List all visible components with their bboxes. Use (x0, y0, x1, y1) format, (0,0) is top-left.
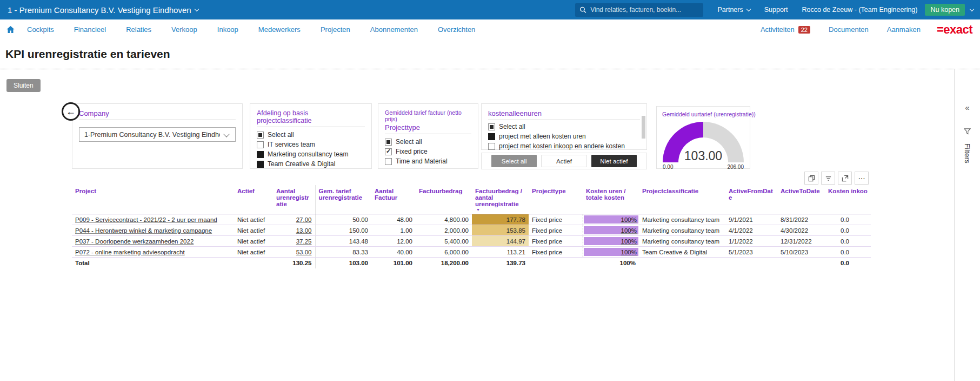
checkbox-label: Select all (499, 123, 525, 130)
pct-link[interactable]: 100% (621, 238, 638, 245)
ratio-cell: 144.97 (472, 236, 529, 247)
actief-cell: Niet actief (234, 225, 273, 236)
partners-menu[interactable]: Partners (717, 6, 750, 14)
option-kosten-inkoop-andere[interactable]: project met kosten inkoop en andere kost… (488, 142, 640, 150)
option-alleen-kosten-uren[interactable]: project met alleen kosten uren (488, 133, 640, 140)
nav-overzichten[interactable]: Overzichten (438, 25, 475, 34)
aantal-factuur-cell: 1.00 (371, 225, 416, 236)
project-link[interactable]: P044 - Herontwerp winkel & marketing cam… (75, 227, 212, 234)
company-switcher[interactable]: 1 - Premium Consultancy B.V. Vestiging E… (8, 5, 198, 15)
col-aantal-uren[interactable]: Aantal urenregistratie (273, 185, 315, 214)
active-from-cell: 4/1/2022 (725, 225, 777, 236)
actief-button[interactable]: Actief (541, 155, 586, 167)
uren-link[interactable]: 27.00 (296, 216, 312, 223)
option-time-and-material[interactable]: Time and Material (385, 157, 471, 165)
company-filter-label: Company (79, 109, 236, 120)
uren-link[interactable]: 37.25 (296, 238, 312, 245)
kosten-inkoop-cell: 0.0 (825, 236, 871, 247)
uren-link[interactable]: 53.00 (296, 249, 312, 255)
active-from-cell: 9/1/2021 (725, 214, 777, 225)
project-link[interactable]: P072 - online marketing adviesopdracht (75, 249, 185, 255)
filter-funnel-icon[interactable] (964, 127, 971, 137)
option-fixed-price[interactable]: Fixed price (385, 148, 471, 155)
project-link[interactable]: P009 - Servicecontract - 2021/22 - 2 uur… (75, 216, 217, 223)
aantal-factuur-cell: 40.00 (371, 247, 416, 258)
topbar-collapse-chevron[interactable] (970, 8, 974, 12)
col-kosten-pct[interactable]: Kosten uren / totale kosten (583, 185, 639, 214)
col-active-from[interactable]: ActiveFromDate (725, 185, 777, 214)
col-projecttype[interactable]: Projecttype (529, 185, 583, 214)
col-kosten-inkoop[interactable]: Kosten inkoo (825, 185, 871, 214)
afdeling-filter-label: Afdeling op basis projectclassificatie (257, 109, 365, 127)
table-total-row: Total 130.25 103.00 101.00 18,200.00 139… (72, 258, 871, 268)
checkbox-empty-icon (385, 158, 392, 165)
nav-financieel[interactable]: Financieel (74, 25, 106, 34)
option-it-services-team[interactable]: IT services team (257, 141, 365, 148)
kosten-pct-cell: 100% (583, 236, 639, 247)
checkbox-partial-icon (385, 139, 392, 146)
col-factuurbedrag[interactable]: Factuurbedrag (416, 185, 472, 214)
col-active-to[interactable]: ActiveToDate (777, 185, 825, 214)
uren-link[interactable]: 13.00 (296, 227, 312, 234)
checkbox-checked-icon (488, 133, 495, 140)
top-app-bar: 1 - Premium Consultancy B.V. Vestiging E… (0, 0, 980, 19)
copy-icon[interactable] (804, 172, 818, 185)
kosten-options: Select all project met alleen kosten ure… (488, 123, 640, 150)
company-select[interactable]: 1-Premium Consultancy B.V. Vestiging Ein… (79, 127, 236, 142)
option-select-all[interactable]: Select all (488, 123, 640, 130)
filter-lines-icon[interactable] (821, 172, 835, 185)
option-marketing-consultancy-team[interactable]: Marketing consultancy team (257, 150, 365, 158)
nav-aanmaken[interactable]: Aanmaken (887, 25, 921, 34)
total-factuurbedrag: 18,200.00 (416, 258, 472, 268)
pct-link[interactable]: 100% (621, 216, 638, 223)
total-ratio: 139.73 (472, 258, 529, 268)
project-link[interactable]: P037 - Doorlopende werkzaamheden 2022 (75, 238, 194, 245)
close-button[interactable]: Sluiten (6, 79, 41, 92)
kosten-pct-cell: 100% (583, 247, 639, 258)
support-link[interactable]: Support (764, 6, 788, 14)
back-arrow-button[interactable]: ← (62, 102, 80, 121)
col-classificatie[interactable]: Projectclassificatie (639, 185, 725, 214)
page-title: KPI urenregistratie en tarieven (5, 48, 980, 61)
nav-documenten[interactable]: Documenten (829, 25, 869, 34)
focus-mode-icon[interactable] (838, 172, 852, 185)
ratio-cell: 153.85 (472, 225, 529, 236)
nav-relaties[interactable]: Relaties (126, 25, 151, 34)
option-team-creative-digital[interactable]: Team Creative & Digital (257, 160, 365, 168)
option-select-all[interactable]: Select all (385, 138, 471, 146)
gem-tarief-cell: 50.00 (315, 214, 371, 225)
classificatie-cell: Marketing consultancy team (639, 214, 725, 225)
pct-link[interactable]: 100% (621, 227, 638, 234)
kosten-inkoop-cell: 0.0 (825, 247, 871, 258)
nav-activiteiten[interactable]: Activiteiten22 (761, 25, 810, 34)
checkbox-partial-icon (257, 132, 264, 139)
niet-actief-button[interactable]: Niet actief (591, 155, 637, 167)
global-search[interactable] (575, 3, 703, 17)
col-aantal-factuur[interactable]: Aantal Factuur (371, 185, 416, 214)
pct-link[interactable]: 100% (621, 249, 638, 255)
nav-medewerkers[interactable]: Medewerkers (258, 25, 301, 34)
select-all-button[interactable]: Select all (491, 155, 537, 167)
col-gem-tarief[interactable]: Gem. tarief urenregistratie (315, 185, 371, 214)
table-row: P072 - online marketing adviesopdracht N… (72, 247, 871, 258)
buy-now-button[interactable]: Nu kopen (925, 4, 965, 16)
nav-verkoop[interactable]: Verkoop (171, 25, 197, 34)
active-from-cell: 5/1/2023 (725, 247, 777, 258)
classificatie-cell: Team Creative & Digital (639, 247, 725, 258)
ratio-cell: 177.78 (472, 214, 529, 225)
scrollbar-thumb[interactable] (642, 116, 645, 139)
nav-projecten[interactable]: Projecten (321, 25, 350, 34)
col-ratio[interactable]: Factuurbedrag / aantal urenregistratie▼ (472, 185, 529, 214)
user-menu[interactable]: Rocco de Zeeuw - (Team Engineering) (802, 6, 917, 14)
nav-abonnementen[interactable]: Abonnementen (370, 25, 418, 34)
option-select-all[interactable]: Select all (257, 131, 365, 139)
nav-cockpits[interactable]: Cockpits (27, 25, 54, 34)
search-input[interactable] (590, 6, 699, 14)
col-actief[interactable]: Actief (234, 185, 273, 214)
more-options-icon[interactable]: ⋯ (855, 172, 869, 185)
col-project[interactable]: Project (72, 185, 234, 214)
collapse-pane-icon[interactable]: « (965, 103, 969, 112)
nav-inkoop[interactable]: Inkoop (217, 25, 238, 34)
home-button[interactable] (6, 25, 15, 34)
activities-count-badge: 22 (798, 26, 810, 34)
